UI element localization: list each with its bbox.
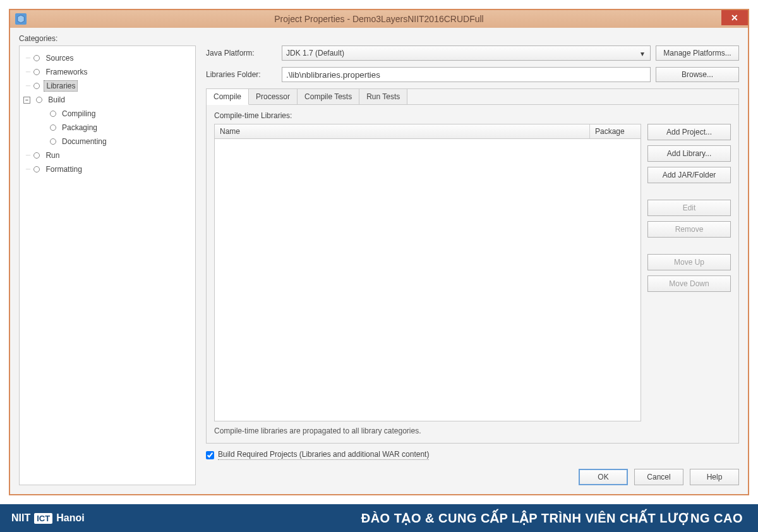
tree-item-formatting[interactable]: ┈ Formatting [23,162,191,176]
titlebar[interactable]: Project Properties - Demo3LayersNIIT2016… [10,10,748,28]
settings-panel: Java Platform: JDK 1.7 (Default) ▾ Manag… [206,45,739,485]
tree-item-sources[interactable]: ┈ Sources [23,51,191,65]
tabbar: Compile Processor Compile Tests Run Test… [207,89,738,105]
bullet-icon [33,83,40,89]
categories-label: Categories: [19,34,739,43]
bullet-icon [36,97,42,103]
footer-logo: NIIT ICT Hanoi [11,512,85,524]
ok-button[interactable]: OK [579,469,628,485]
col-name[interactable]: Name [215,124,590,138]
bullet-icon [50,124,56,131]
window-title: Project Properties - Demo3LayersNIIT2016… [10,14,748,24]
move-up-button: Move Up [647,254,731,270]
tree-item-run[interactable]: ┈ Run [23,148,191,162]
tree-item-documenting[interactable]: Documenting [23,135,191,148]
tab-compile[interactable]: Compile [207,89,249,105]
library-buttons: Add Project... Add Library... Add JAR/Fo… [647,124,731,421]
bullet-icon [33,55,40,61]
propagation-hint: Compile-time libraries are propagated to… [214,426,731,435]
build-required-row[interactable]: Build Required Projects (Libraries and a… [206,450,739,460]
bullet-icon [50,111,56,117]
help-button[interactable]: Help [690,469,739,485]
bullet-icon [50,138,56,145]
categories-tree[interactable]: ┈ Sources ┈ Frameworks ┈ Libraries − Bui… [19,45,196,485]
platform-row: Java Platform: JDK 1.7 (Default) ▾ Manag… [206,45,739,61]
build-required-checkbox[interactable] [206,451,214,459]
folder-row: Libraries Folder: Browse... [206,67,739,82]
page-footer: NIIT ICT Hanoi ĐÀO TẠO & CUNG CẤP LẬP TR… [0,504,758,532]
libraries-table[interactable]: Name Package [214,124,641,421]
footer-tagline: ĐÀO TẠO & CUNG CẤP LẬP TRÌNH VIÊN CHẤT L… [361,511,743,526]
bullet-icon [33,152,40,159]
bullet-icon [33,166,40,172]
platform-label: Java Platform: [206,49,277,57]
tabs-container: Compile Processor Compile Tests Run Test… [206,88,739,444]
build-required-label: Build Required Projects (Libraries and a… [218,450,429,460]
remove-button: Remove [647,221,731,238]
tab-content: Compile-time Libraries: Name Package Ad [207,105,738,443]
libraries-folder-input[interactable] [282,67,651,82]
main-columns: ┈ Sources ┈ Frameworks ┈ Libraries − Bui… [19,45,739,485]
table-area: Name Package Add Project... Add Library.… [214,124,731,421]
table-body[interactable] [215,139,641,421]
add-jar-button[interactable]: Add JAR/Folder [647,167,731,183]
bullet-icon [33,69,40,75]
move-down-button: Move Down [647,275,731,292]
browse-button[interactable]: Browse... [656,67,739,82]
close-icon: ✕ [731,13,738,23]
tab-compile-tests[interactable]: Compile Tests [298,89,359,104]
tree-item-build[interactable]: − Build [23,93,191,107]
tree-item-libraries[interactable]: ┈ Libraries [23,79,191,93]
compile-libraries-label: Compile-time Libraries: [214,111,731,120]
add-project-button[interactable]: Add Project... [647,124,731,140]
platform-dropdown[interactable]: JDK 1.7 (Default) ▾ [282,45,651,61]
add-library-button[interactable]: Add Library... [647,145,731,162]
table-header: Name Package [215,124,641,139]
tree-item-compiling[interactable]: Compiling [23,107,191,121]
folder-label: Libraries Folder: [206,70,277,79]
tree-item-frameworks[interactable]: ┈ Frameworks [23,65,191,79]
project-properties-window: Project Properties - Demo3LayersNIIT2016… [9,9,749,495]
chevron-down-icon: ▾ [637,49,647,59]
window-body: Categories: ┈ Sources ┈ Frameworks ┈ Lib… [10,28,748,494]
manage-platforms-button[interactable]: Manage Platforms... [656,45,739,61]
tab-processor[interactable]: Processor [249,89,298,104]
tab-run-tests[interactable]: Run Tests [359,89,407,104]
collapse-icon[interactable]: − [23,97,30,104]
tree-item-packaging[interactable]: Packaging [23,121,191,135]
logo-box-icon: ICT [34,513,52,524]
dialog-buttons: OK Cancel Help [206,469,739,485]
col-package[interactable]: Package [590,124,641,138]
edit-button: Edit [647,200,731,216]
close-button[interactable]: ✕ [721,10,748,25]
cancel-button[interactable]: Cancel [634,469,683,485]
